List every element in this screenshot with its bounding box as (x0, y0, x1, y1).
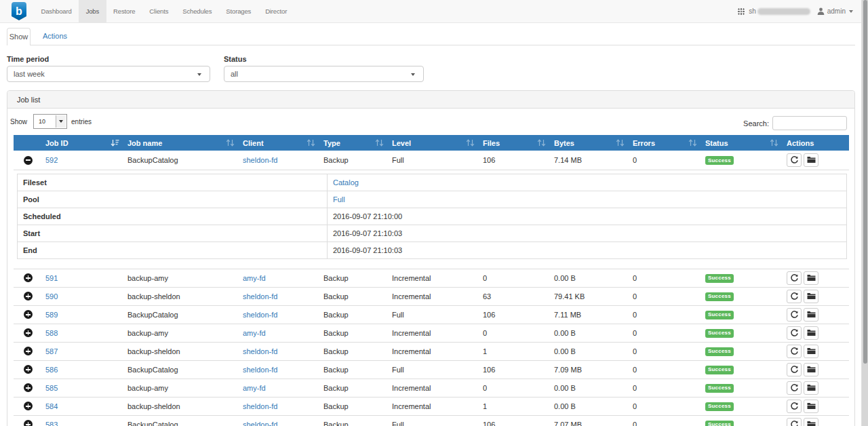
job-files-button[interactable] (804, 418, 818, 426)
caret-down-icon (849, 10, 853, 13)
job-id-cell: 583 (40, 415, 122, 426)
col-header-level[interactable]: Level (387, 135, 477, 151)
restart-job-button[interactable] (787, 153, 802, 167)
col-header-client[interactable]: Client (237, 135, 318, 151)
client-link[interactable]: sheldon-fd (243, 156, 277, 164)
errors-cell: 0 (627, 324, 700, 342)
col-header-files[interactable]: Files (477, 135, 549, 151)
restart-job-button[interactable] (787, 418, 802, 426)
collapse-row-icon[interactable] (24, 156, 33, 165)
client-link[interactable]: sheldon-fd (243, 292, 277, 301)
time-period-select[interactable]: last week (7, 66, 210, 82)
expand-row-icon[interactable] (24, 328, 33, 337)
client-link[interactable]: sheldon-fd (243, 311, 277, 319)
client-link[interactable]: amy-fd (243, 274, 266, 282)
client-link[interactable]: sheldon-fd (243, 421, 277, 426)
job-files-button[interactable] (804, 363, 818, 376)
expand-row-icon[interactable] (24, 383, 33, 392)
client-link[interactable]: amy-fd (243, 329, 266, 337)
status-badge: Success (705, 366, 734, 374)
job-row: 584backup-sheldonsheldon-fdBackupIncreme… (14, 397, 849, 415)
job-id-link[interactable]: 586 (45, 366, 58, 374)
restart-job-button[interactable] (787, 400, 802, 413)
job-id-link[interactable]: 587 (45, 347, 58, 355)
tab-actions[interactable]: Actions (36, 28, 74, 45)
job-detail-table: FilesetCatalogPoolFullScheduled2016-09-0… (17, 174, 847, 259)
restart-job-button[interactable] (787, 290, 802, 303)
client-link[interactable]: amy-fd (243, 384, 266, 392)
scrollbar[interactable] (861, 0, 868, 426)
job-id-link[interactable]: 588 (45, 329, 58, 337)
files-cell: 0 (477, 269, 549, 287)
job-files-button[interactable] (804, 345, 818, 358)
job-files-button[interactable] (804, 290, 818, 303)
job-id-cell: 589 (40, 305, 122, 324)
expand-row-icon[interactable] (24, 273, 33, 282)
job-files-button[interactable] (804, 308, 818, 322)
status-badge: Success (705, 329, 734, 338)
files-cell: 106 (477, 415, 549, 426)
restart-job-button[interactable] (787, 271, 802, 285)
job-id-link[interactable]: 585 (45, 384, 58, 392)
job-files-button[interactable] (804, 400, 818, 413)
type-cell: Backup (318, 151, 387, 170)
job-files-button[interactable] (804, 271, 818, 285)
status-cell: Success (700, 342, 781, 360)
scrollbar-thumb[interactable] (863, 0, 867, 364)
restart-job-button[interactable] (787, 381, 802, 395)
nav-item-restore[interactable]: Restore (106, 0, 142, 22)
nav-item-jobs[interactable]: Jobs (79, 0, 106, 22)
status-badge: Success (705, 274, 734, 283)
job-name-cell: BackupCatalog (122, 360, 237, 379)
client-link[interactable]: sheldon-fd (243, 366, 277, 374)
job-id-link[interactable]: 584 (45, 402, 58, 410)
nav-item-director[interactable]: Director (258, 0, 294, 22)
baculum-logo[interactable]: b (12, 2, 26, 20)
detail-link[interactable]: Catalog (333, 178, 359, 187)
search-input[interactable] (772, 116, 847, 130)
job-files-button[interactable] (804, 381, 818, 395)
job-files-button[interactable] (804, 153, 818, 167)
col-header-job-id[interactable]: Job ID (40, 135, 122, 151)
expand-cell (14, 379, 40, 397)
expand-row-icon[interactable] (24, 365, 33, 374)
restart-job-button[interactable] (787, 326, 802, 340)
job-id-link[interactable]: 583 (45, 421, 58, 426)
col-header-job-name[interactable]: Job name (122, 135, 237, 151)
job-id-link[interactable]: 590 (45, 292, 58, 301)
col-header-status[interactable]: Status (700, 135, 781, 151)
job-id-link[interactable]: 592 (45, 156, 58, 164)
expand-row-icon[interactable] (24, 292, 33, 301)
expand-row-icon[interactable] (24, 402, 33, 410)
nav-item-schedules[interactable]: Schedules (176, 0, 219, 22)
status-select[interactable]: all (224, 66, 424, 82)
expand-row-icon[interactable] (24, 310, 33, 319)
user-menu[interactable]: admin (827, 7, 846, 15)
col-header-errors[interactable]: Errors (627, 135, 700, 151)
grid-icon[interactable] (738, 8, 745, 15)
nav-item-storages[interactable]: Storages (219, 0, 258, 22)
restart-job-button[interactable] (787, 345, 802, 358)
col-header-type[interactable]: Type (318, 135, 387, 151)
tab-show[interactable]: Show (7, 28, 31, 45)
client-link[interactable]: sheldon-fd (243, 347, 277, 355)
expand-row-icon[interactable] (24, 347, 33, 355)
job-id-link[interactable]: 589 (45, 311, 58, 319)
detail-link[interactable]: Full (333, 195, 345, 204)
job-id-link[interactable]: 591 (45, 274, 58, 282)
restart-job-button[interactable] (787, 363, 802, 376)
host-name-blurred (757, 8, 810, 15)
detail-value: 2016-09-07 21:10:03 (328, 225, 847, 241)
entries-select[interactable]: 10 (33, 114, 67, 129)
detail-value: Catalog (328, 174, 847, 191)
job-id-cell: 584 (40, 397, 122, 415)
client-link[interactable]: sheldon-fd (243, 402, 277, 410)
col-header-bytes[interactable]: Bytes (549, 135, 627, 151)
job-row: 591backup-amyamy-fdBackupIncremental00.0… (14, 269, 849, 287)
nav-item-dashboard[interactable]: Dashboard (34, 0, 79, 22)
restart-job-button[interactable] (787, 308, 802, 322)
job-files-button[interactable] (804, 326, 818, 340)
expand-row-icon[interactable] (24, 420, 33, 426)
nav-item-clients[interactable]: Clients (142, 0, 176, 22)
expand-cell (14, 324, 40, 342)
